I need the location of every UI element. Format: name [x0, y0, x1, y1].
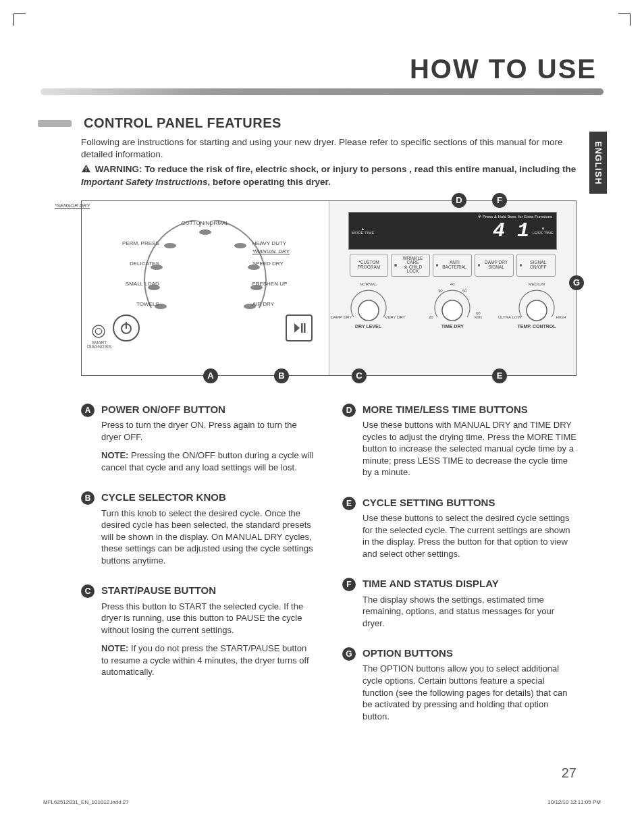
svg-point-18	[358, 300, 379, 321]
status-display: ※ Press & Hold 3sec. for Extra Functions…	[348, 212, 558, 250]
wc: WRINKLE CARE	[403, 256, 423, 265]
panel-right: ※ Press & Hold 3sec. for Extra Functions…	[329, 201, 576, 375]
tc-mid: MEDIUM	[523, 282, 550, 286]
opt-wrinkle-label: WRINKLE CARE※ CHILD LOCK	[399, 256, 427, 274]
feature-bullet-A: A	[81, 404, 95, 417]
feature-text-G: OPTION BUTTONSThe OPTION buttons allow y…	[363, 647, 576, 729]
feature-title-B: CYCLE SELECTOR KNOB	[101, 491, 315, 504]
less-time-text: LESS TIME	[533, 231, 554, 235]
feature-item-F: FTIME AND STATUS DISPLAYThe display show…	[342, 577, 576, 636]
feature-para: The display shows the settings, estimate…	[363, 594, 576, 630]
tc-title: TEMP. CONTROL	[516, 324, 557, 329]
page: HOW TO USE ENGLISH CONTROL PANEL FEATURE…	[41, 34, 603, 786]
dial-heavy-duty: HEAVY DUTY	[252, 240, 306, 246]
dial-freshen-up: FRESHEN UP	[252, 281, 306, 287]
warning-icon	[81, 164, 91, 173]
tc-right: HIGH	[547, 315, 574, 319]
opt-wrinkle: WRINKLE CARE※ CHILD LOCK	[391, 254, 430, 277]
callout-D: D	[452, 193, 466, 208]
td-60: 60MIN	[464, 311, 491, 319]
callout-A: A	[203, 368, 218, 383]
power-icon	[119, 321, 134, 335]
opt-signal-label: SIGNAL ON/OFF	[524, 261, 552, 269]
page-title: HOW TO USE	[410, 54, 603, 84]
svg-rect-16	[301, 323, 303, 333]
svg-point-2	[199, 229, 211, 235]
feature-title-C: START/PAUSE BUTTON	[101, 584, 315, 597]
dial-delicates: DELICATES	[105, 261, 159, 267]
warning-italic: Important Safety Instructions	[81, 177, 208, 187]
feature-bullet-F: F	[342, 578, 356, 591]
feature-text-B: CYCLE SELECTOR KNOBTurn this knob to sel…	[101, 491, 315, 573]
feature-text-D: MORE TIME/LESS TIME BUTTONSUse these but…	[363, 403, 576, 485]
feature-note: NOTE: If you do not press the START/PAUS…	[101, 643, 315, 678]
feature-bullet-E: E	[342, 497, 356, 510]
page-title-bar: HOW TO USE	[41, 54, 603, 84]
svg-rect-0	[86, 167, 86, 170]
warning-prefix: WARNING: To reduce the risk of fire, ele…	[95, 164, 576, 174]
opt-signal: SIGNAL ON/OFF	[516, 254, 556, 277]
dry-level-knob: NORMAL DRY LEVEL DAMP DRY VERY DRY	[348, 289, 389, 329]
feature-title-D: MORE TIME/LESS TIME BUTTONS	[363, 403, 576, 416]
display-hint: ※ Press & Hold 3sec. for Extra Functions	[478, 214, 552, 219]
knob-row: NORMAL DRY LEVEL DAMP DRY VERY DRY 40 30…	[348, 289, 558, 329]
feature-title-A: POWER ON/OFF BUTTON	[101, 403, 315, 416]
feature-item-D: DMORE TIME/LESS TIME BUTTONSUse these bu…	[342, 403, 576, 485]
td-30: 30	[427, 289, 454, 293]
crop-mark-tl	[14, 13, 26, 26]
title-underline	[41, 88, 603, 95]
option-row: *CUSTOM PROGRAM WRINKLE CARE※ CHILD LOCK…	[348, 254, 558, 277]
dial-speed-dry: SPEED DRY	[252, 261, 306, 267]
feature-item-G: GOPTION BUTTONSThe OPTION buttons allow …	[342, 647, 576, 729]
warning-suffix: , before operating this dryer.	[208, 177, 331, 187]
feature-item-A: APOWER ON/OFF BUTTONPress to turn the dr…	[81, 403, 315, 480]
dial-cotton-normal: COTTON/NORMAL	[182, 220, 229, 226]
note-label: NOTE:	[101, 450, 131, 460]
feature-para: The OPTION buttons allow you to select a…	[363, 663, 576, 722]
time-dry-knob: 40 30 50 TIME DRY 20 60MIN	[432, 289, 473, 329]
content: CONTROL PANEL FEATURES Following are ins…	[41, 115, 603, 740]
section-heading: CONTROL PANEL FEATURES	[84, 115, 281, 131]
svg-rect-1	[86, 170, 86, 171]
features-right-col: DMORE TIME/LESS TIME BUTTONSUse these bu…	[342, 403, 576, 740]
sensor-dry-label: *SENSOR DRY	[55, 202, 90, 209]
feature-title-F: TIME AND STATUS DISPLAY	[363, 577, 576, 591]
warning-text: WARNING: To reduce the risk of fire, ele…	[81, 163, 576, 188]
td-50: 50	[451, 289, 478, 293]
footer-left: MFL62512831_EN_101012.indd 27	[43, 799, 129, 805]
dial-small-load: SMALL LOAD	[105, 281, 159, 287]
feature-text-A: POWER ON/OFF BUTTONPress to turn the dry…	[101, 403, 315, 480]
svg-rect-17	[304, 323, 306, 333]
svg-point-4	[234, 243, 246, 248]
feature-para: Use these buttons with MANUAL DRY and TI…	[363, 419, 576, 479]
dial-perm-press: PERM. PRESS	[105, 240, 159, 246]
cl: ※ CHILD LOCK	[404, 265, 422, 274]
td-40: 40	[439, 282, 466, 286]
play-pause-icon	[292, 321, 306, 335]
panel-left: *SENSOR DRY	[82, 201, 329, 375]
feature-text-E: CYCLE SETTING BUTTONSUse these buttons t…	[363, 496, 576, 566]
dial-arc-svg	[138, 220, 273, 328]
feature-para: Press this button to START the selected …	[101, 601, 315, 636]
feature-title-E: CYCLE SETTING BUTTONS	[363, 496, 576, 510]
svg-point-19	[442, 300, 462, 321]
note-label: NOTE:	[101, 643, 131, 653]
feature-text-C: START/PAUSE BUTTONPress this button to S…	[101, 584, 315, 685]
opt-custom: *CUSTOM PROGRAM	[350, 254, 389, 277]
feature-para: Turn this knob to select the desired cyc…	[101, 508, 315, 567]
dl-mid: NORMAL	[355, 282, 382, 286]
feature-title-G: OPTION BUTTONS	[363, 647, 576, 660]
feature-para: Press to turn the dryer ON. Press again …	[101, 419, 315, 443]
td-title: TIME DRY	[432, 324, 473, 329]
svg-point-20	[527, 300, 547, 321]
callout-F: F	[492, 193, 507, 208]
feature-bullet-D: D	[342, 404, 356, 417]
td-20: 20	[417, 315, 444, 319]
smart-diagnosis-label: SMART DIAGNOSIS	[87, 341, 111, 350]
dial-towels: TOWELS	[105, 301, 159, 307]
dl-title: DRY LEVEL	[348, 324, 389, 329]
more-time-label: ▲MORE TIME	[352, 227, 375, 235]
feature-para: Use these buttons to select the desired …	[363, 512, 576, 559]
display-digits: 4 1	[493, 219, 529, 242]
opt-anti: ANTI BACTERIAL	[433, 254, 472, 277]
